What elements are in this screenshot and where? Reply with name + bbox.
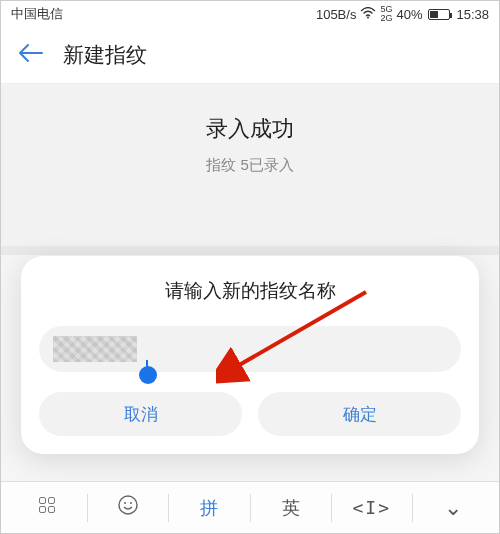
- battery-pct: 40%: [396, 7, 422, 22]
- grid-icon: [38, 496, 56, 514]
- status-bar: 中国电信 105B/s 5G2G 40% 15:38: [1, 1, 499, 27]
- cancel-button[interactable]: 取消: [39, 392, 242, 436]
- svg-point-4: [130, 502, 132, 504]
- carrier-label: 中国电信: [11, 5, 63, 23]
- cell-icon: 5G2G: [380, 5, 392, 23]
- success-subtitle: 指纹 5已录入: [1, 156, 499, 175]
- keyboard-toolbar: 拼 英 <I> ⌄: [1, 481, 499, 533]
- confirm-button[interactable]: 确定: [258, 392, 461, 436]
- ime-pinyin-button[interactable]: 拼: [169, 496, 249, 520]
- text-cursor-handle[interactable]: [139, 366, 157, 384]
- ime-english-button[interactable]: 英: [251, 496, 331, 520]
- code-input-button[interactable]: <I>: [332, 497, 412, 518]
- net-speed: 105B/s: [316, 7, 356, 22]
- keyboard-collapse-button[interactable]: ⌄: [413, 495, 493, 521]
- success-title: 录入成功: [1, 114, 499, 144]
- emoji-button[interactable]: [88, 494, 168, 521]
- input-wrapper: [39, 326, 461, 372]
- svg-point-3: [124, 502, 126, 504]
- back-icon[interactable]: [17, 43, 43, 67]
- fingerprint-name-input[interactable]: [39, 326, 461, 372]
- battery-icon: [428, 9, 450, 20]
- clock: 15:38: [456, 7, 489, 22]
- svg-point-0: [367, 16, 369, 18]
- status-right: 105B/s 5G2G 40% 15:38: [316, 5, 489, 23]
- page-title: 新建指纹: [63, 41, 147, 69]
- keyboard-grid-button[interactable]: [7, 496, 87, 519]
- rename-dialog: 请输入新的指纹名称 取消 确定: [21, 256, 479, 454]
- code-icon: <I>: [353, 497, 392, 518]
- svg-point-2: [119, 496, 137, 514]
- wifi-icon: [360, 7, 376, 22]
- app-header: 新建指纹: [1, 27, 499, 83]
- main-content: 录入成功 指纹 5已录入: [1, 83, 499, 255]
- dialog-title: 请输入新的指纹名称: [39, 278, 461, 304]
- smile-icon: [117, 500, 139, 520]
- chevron-down-icon: ⌄: [444, 495, 462, 520]
